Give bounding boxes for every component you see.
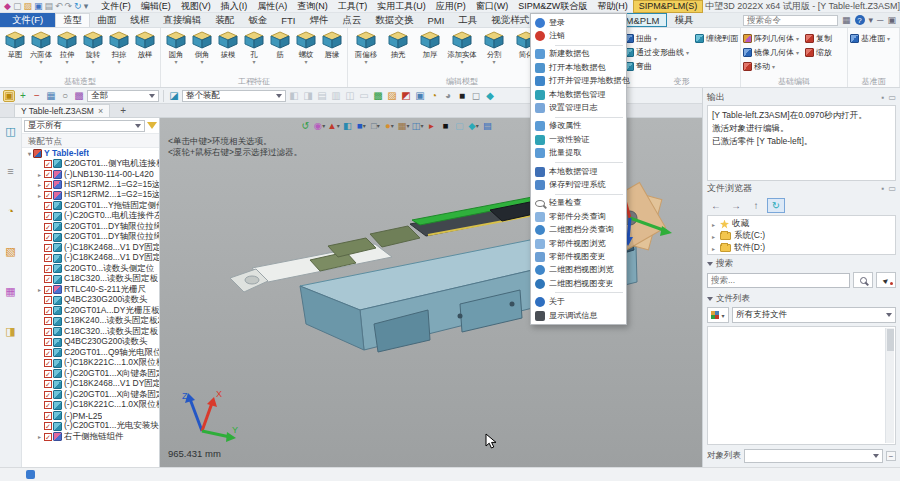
toolbar-icon[interactable]: − bbox=[31, 90, 43, 102]
menubar-item[interactable]: 应用(P) bbox=[431, 0, 471, 13]
tree-row[interactable]: ✓ (-)C20GT01...X向键条固定 bbox=[22, 369, 159, 380]
dropdown-menu-item[interactable]: 二维图档视图变更 bbox=[531, 277, 626, 290]
visibility-checkbox[interactable]: ✓ bbox=[44, 233, 52, 241]
manager-tab-icon[interactable]: ◨ bbox=[4, 324, 18, 338]
command-search-input[interactable] bbox=[743, 15, 838, 26]
new-tab-button[interactable]: + bbox=[120, 104, 126, 117]
visibility-checkbox[interactable]: ✓ bbox=[44, 170, 52, 178]
dropdown-menu-item[interactable]: 二维图档分类查询 bbox=[531, 223, 626, 236]
minimize-ribbon-icon[interactable]: ─ bbox=[877, 16, 883, 25]
ribbon-tab[interactable]: 曲面 bbox=[90, 13, 123, 27]
ribbon-tab[interactable]: 模具 bbox=[667, 13, 700, 27]
ribbon-tab[interactable]: 装配 bbox=[208, 13, 241, 27]
ribbon-tab[interactable]: 造型 bbox=[55, 13, 90, 27]
toolbar-icon[interactable]: ■ bbox=[456, 90, 468, 102]
tree-row[interactable]: ✓ (-)C18K221C...1.0X限位板 bbox=[22, 358, 159, 369]
dropdown-menu-item[interactable]: 打开本地数据包 bbox=[531, 61, 626, 74]
expand-arrow-icon[interactable]: ▸ bbox=[710, 245, 717, 252]
tree-row[interactable]: ✓ (-)C18K2468...V1 DY固定片 bbox=[22, 379, 159, 390]
dropdown-menu-item[interactable]: 轻量检查 bbox=[531, 197, 626, 210]
tree-row[interactable]: ✓ C18K240...读数头固定板2 bbox=[22, 316, 159, 327]
quick-access-icon[interactable]: ▨ bbox=[23, 1, 32, 12]
ribbon-tab[interactable]: 直接编辑 bbox=[156, 13, 208, 27]
expand-arrow-icon[interactable]: ▸ bbox=[36, 181, 43, 188]
ribbon-mini-button[interactable]: 复制 bbox=[805, 32, 834, 45]
visibility-checkbox[interactable]: ✓ bbox=[44, 223, 52, 231]
file-browser-row[interactable]: ▸ 系统(C:) bbox=[710, 230, 893, 242]
toolbar-icon[interactable]: ▣ bbox=[414, 90, 426, 102]
float-icon[interactable]: ▣ bbox=[887, 16, 896, 25]
visibility-checkbox[interactable]: ✓ bbox=[44, 191, 52, 199]
manager-tab-icon[interactable]: ≡ bbox=[4, 164, 18, 178]
dropdown-menu-item[interactable]: 注销 bbox=[531, 29, 626, 42]
view-mode-button[interactable]: ▾ bbox=[707, 307, 729, 323]
expand-arrow-icon[interactable]: ▸ bbox=[710, 221, 717, 228]
scope-combo[interactable]: 整个装配 bbox=[182, 90, 286, 102]
visibility-checkbox[interactable]: ✓ bbox=[44, 328, 52, 336]
dropdown-menu-item[interactable]: 零部件视图变更 bbox=[531, 250, 626, 263]
pin-icon[interactable]: ▪ bbox=[882, 93, 885, 102]
tree-row[interactable]: ✓ (-)PM-L25 bbox=[22, 411, 159, 422]
search-section-header[interactable]: 搜索 bbox=[707, 257, 896, 270]
ribbon-mini-button[interactable]: 移动▾ bbox=[743, 60, 799, 73]
menubar-item[interactable]: 查询(N) bbox=[292, 0, 333, 13]
ribbon-button[interactable]: 拉伸 ▾ bbox=[54, 29, 80, 66]
ribbon-button[interactable]: 扫掠 ▾ bbox=[106, 29, 132, 66]
ribbon-tab[interactable]: 数据交换 bbox=[368, 13, 420, 27]
ribbon-tab[interactable]: 钣金 bbox=[241, 13, 274, 27]
ribbon-tab[interactable]: 焊件 bbox=[302, 13, 335, 27]
ribbon-tab[interactable]: FTI bbox=[274, 13, 302, 27]
tree-row[interactable]: ▸ ✓ (-)LNB130-114-00-L420 bbox=[22, 169, 159, 180]
visibility-checkbox[interactable]: ✓ bbox=[44, 265, 52, 273]
menubar-item[interactable]: SIPM&ZW联合版 bbox=[513, 0, 592, 13]
menubar-item[interactable]: 帮助(H) bbox=[592, 0, 633, 13]
toolbar-icon[interactable]: ▩ bbox=[73, 90, 85, 102]
ribbon-tab[interactable]: 工具 bbox=[451, 13, 484, 27]
back-icon[interactable]: ← bbox=[707, 198, 725, 213]
ribbon-button[interactable]: 唇缘 bbox=[319, 29, 345, 66]
tree-row[interactable]: ✓ (-)C18K2468...V1 DY固定片 bbox=[22, 253, 159, 264]
dropdown-menu-item[interactable]: 修改属性 bbox=[531, 120, 626, 133]
pick-from-screen-button[interactable]: ► bbox=[876, 272, 896, 288]
filelist-section-header[interactable]: 文件列表 bbox=[707, 292, 896, 305]
toolbar-icon[interactable]: ◔ bbox=[428, 90, 440, 102]
quick-access-icon[interactable]: ▢ bbox=[13, 1, 22, 12]
search-button[interactable] bbox=[853, 272, 873, 288]
tree-row[interactable]: ▸ ✓ HSR12RM2...1=G2=15这 bbox=[22, 180, 159, 191]
ribbon-mini-button[interactable]: 阵列几何体▾ bbox=[743, 32, 799, 45]
toolbar-icon[interactable]: ◩ bbox=[400, 90, 412, 102]
ribbon-button[interactable]: 圆角 ▾ bbox=[163, 29, 189, 66]
quick-access-icon[interactable]: ▤ bbox=[44, 1, 53, 12]
menubar-item[interactable]: 插入(I) bbox=[216, 0, 253, 13]
visibility-checkbox[interactable]: ✓ bbox=[44, 254, 52, 262]
ribbon-tab[interactable]: 点云 bbox=[335, 13, 368, 27]
ribbon-button[interactable]: 放样 bbox=[132, 29, 158, 66]
tree-row[interactable]: ✓ C20GT01...DY轴限位拉绳 bbox=[22, 232, 159, 243]
quick-access-icon[interactable]: ▣ bbox=[34, 1, 43, 12]
filter-combo[interactable]: 全部 bbox=[87, 90, 159, 102]
dropdown-menu-item[interactable]: 设置管理日志 bbox=[531, 101, 626, 114]
visibility-checkbox[interactable]: ✓ bbox=[44, 160, 52, 168]
toolbar-icon[interactable]: + bbox=[17, 90, 29, 102]
quick-access-icon[interactable]: ↻ bbox=[74, 1, 82, 12]
tree-row[interactable]: ✓ C20GT01...DY轴限位拉绳 bbox=[22, 222, 159, 233]
ribbon-button[interactable]: 孔 ▾ bbox=[241, 29, 267, 66]
tree-row[interactable]: ✓ C20GT01...侧Y电机连接板 bbox=[22, 159, 159, 170]
ribbon-button[interactable]: 抽壳 bbox=[382, 29, 414, 66]
collapse-icon[interactable]: ▭ bbox=[888, 184, 896, 193]
close-tab-icon[interactable]: × bbox=[98, 106, 103, 116]
expand-arrow-icon[interactable]: ▸ bbox=[36, 171, 43, 178]
ribbon-button[interactable]: 加厚 bbox=[414, 29, 446, 66]
ribbon-mini-button[interactable]: 缩放 bbox=[805, 46, 834, 59]
ribbon-button[interactable]: 旋转 ▾ bbox=[80, 29, 106, 66]
dropdown-menu-item[interactable]: 保存到管理系统 bbox=[531, 178, 626, 191]
filter-funnel-icon[interactable] bbox=[147, 122, 157, 129]
dropdown-menu-item[interactable]: 零部件视图浏览 bbox=[531, 237, 626, 250]
file-list-area[interactable] bbox=[707, 326, 896, 445]
toolbar-icon[interactable]: ◕ bbox=[442, 90, 454, 102]
visibility-checkbox[interactable]: ✓ bbox=[44, 422, 52, 430]
scrollbar-thumb[interactable] bbox=[887, 329, 894, 351]
visibility-checkbox[interactable]: ✓ bbox=[44, 202, 52, 210]
visibility-checkbox[interactable]: ✓ bbox=[44, 296, 52, 304]
toolbar-icon[interactable]: ▨ bbox=[386, 90, 398, 102]
